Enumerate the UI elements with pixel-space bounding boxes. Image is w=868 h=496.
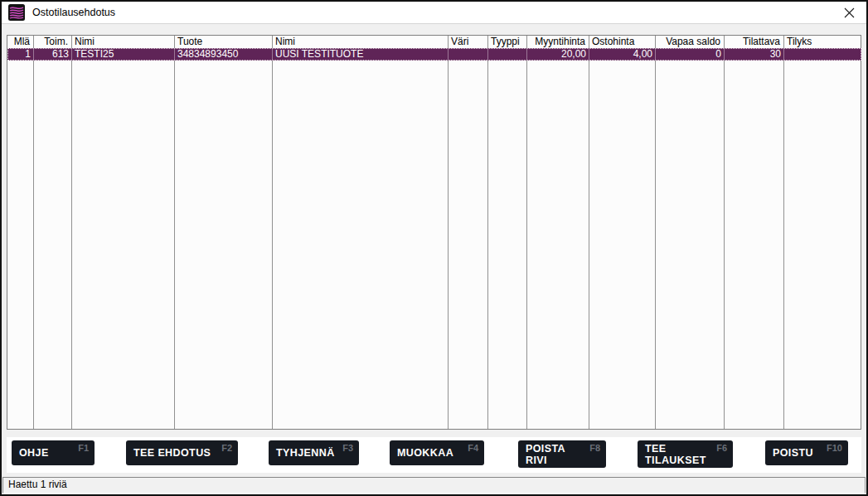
column-header[interactable]: Tuote [174,36,272,48]
poista-rivi-button[interactable]: POISTA RIVIF8 [518,440,606,468]
tee-tilaukset-button[interactable]: TEE TILAUKSETF6 [638,440,733,468]
column-header[interactable]: Toim. [33,36,71,48]
button-label: TEE EHDOTUS [133,447,211,459]
table-cell [449,49,488,60]
table-cell: 1 [8,49,34,60]
table-cell: 0 [656,49,725,60]
table-cell: 613 [34,49,72,60]
app-logo-icon [8,4,25,21]
column-header[interactable]: Nimi [71,36,174,48]
column-gridline [526,36,527,429]
table-cell: 34834893450 [175,49,273,60]
column-gridline [272,36,273,429]
column-header[interactable]: Myyntihinta [526,36,589,48]
button-label: TEE TILAUKSET [645,443,706,466]
button-label: POISTA RIVI [526,443,565,466]
status-text: Haettu 1 riviä [8,479,67,490]
column-gridline [655,36,656,429]
table-cell: UUSI TESTITUOTE [273,49,449,60]
column-header[interactable]: Nimi [272,36,448,48]
close-icon [844,7,855,18]
function-button-bar: OHJEF1TEE EHDOTUSF2TYHJENNÄF3MUOKKAAF4PO… [7,437,861,473]
column-header[interactable]: Mlä [7,36,33,48]
column-header[interactable]: Vapaa saldo [655,36,724,48]
column-header[interactable]: Tilattava [724,36,783,48]
status-bar: Haettu 1 riviä [2,477,866,494]
tyhjenna-button[interactable]: TYHJENNÄF3 [269,440,359,465]
button-label: MUOKKAA [397,447,453,459]
table-cell [488,49,527,60]
titlebar: Ostotilausehdotus [2,2,866,24]
fkey-label: F8 [589,443,600,453]
column-gridline [487,36,488,429]
button-label: TYHJENNÄ [276,447,335,459]
column-gridline [174,36,175,429]
fkey-label: F1 [78,443,89,453]
column-gridline [783,36,784,429]
fkey-label: F4 [468,443,478,453]
tee-ehdotus-button[interactable]: TEE EHDOTUSF2 [126,440,238,465]
button-label: POISTU [773,447,813,459]
window-title: Ostotilausehdotus [32,7,115,18]
column-header[interactable]: Väri [448,36,487,48]
table-cell [784,49,861,60]
fkey-label: F6 [716,443,727,453]
column-gridline [589,36,589,429]
poistu-button[interactable]: POISTUF10 [765,440,848,465]
table-cell: 20,00 [527,49,589,60]
table-row[interactable]: 1613TESTI2534834893450UUSI TESTITUOTE20,… [7,48,861,61]
column-gridline [724,36,725,429]
button-label: OHJE [19,447,49,459]
column-header[interactable]: Tilyks [783,36,860,48]
table-header-row: MläToim.NimiTuoteNimiVäriTyyppiMyyntihin… [7,36,860,48]
table-cell: TESTI25 [72,49,175,60]
table-cell: 4,00 [589,49,656,60]
column-gridline [71,36,72,429]
fkey-label: F10 [827,443,842,453]
column-gridline [33,36,34,429]
fkey-label: F3 [342,443,353,453]
fkey-label: F2 [221,443,232,453]
results-table: MläToim.NimiTuoteNimiVäriTyyppiMyyntihin… [7,35,861,430]
column-gridline [448,36,449,429]
close-button[interactable] [836,2,862,24]
column-header[interactable]: Ostohinta [589,36,655,48]
table-cell: 30 [725,49,784,60]
column-header[interactable]: Tyyppi [487,36,526,48]
muokkaa-button[interactable]: MUOKKAAF4 [390,440,484,465]
app-window: Ostotilausehdotus MläToim.NimiTuoteNimiV… [0,0,868,496]
ohje-button[interactable]: OHJEF1 [12,440,95,465]
